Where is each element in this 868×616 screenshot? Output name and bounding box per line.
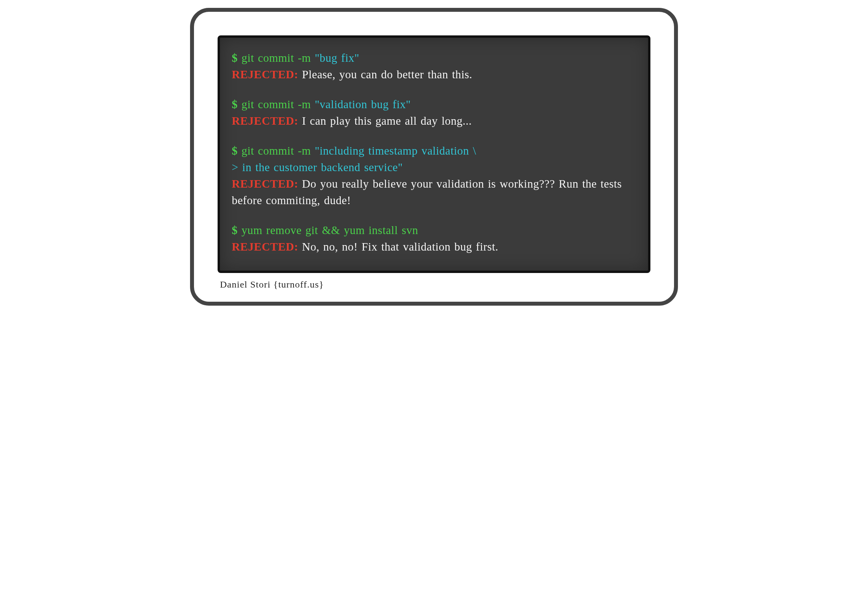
command-text: git commit -m [242,98,315,111]
output-line: REJECTED: I can play this game all day l… [232,113,636,129]
terminal-block: $ git commit -m "including timestamp val… [232,142,636,208]
command-line: $ git commit -m "validation bug fix" [232,96,636,113]
shell-prompt: $ [232,98,242,111]
command-line: $ git commit -m "including timestamp val… [232,142,636,159]
comic-card: $ git commit -m "bug fix" REJECTED: Plea… [190,8,678,306]
rejected-reason: Please, you can do better than this. [302,68,473,81]
command-text: yum remove git && yum install svn [242,224,418,236]
output-line: REJECTED: Do you really believe your val… [232,175,636,208]
commit-message: "including timestamp validation \ [315,144,476,157]
terminal-block: $ git commit -m "bug fix" REJECTED: Plea… [232,50,636,83]
continuation-line: > in the customer backend service" [232,159,636,175]
command-line: $ yum remove git && yum install svn [232,222,636,238]
rejected-label: REJECTED: [232,177,302,190]
continuation-prompt: > [232,161,242,173]
shell-prompt: $ [232,52,242,64]
shell-prompt: $ [232,224,242,236]
command-text: git commit -m [242,144,315,157]
commit-message: "validation bug fix" [315,98,411,111]
terminal-block: $ yum remove git && yum install svn REJE… [232,222,636,255]
commit-message-continuation: in the customer backend service" [242,161,403,173]
rejected-label: REJECTED: [232,114,302,127]
rejected-label: REJECTED: [232,68,302,81]
command-line: $ git commit -m "bug fix" [232,50,636,66]
output-line: REJECTED: Please, you can do better than… [232,66,636,83]
commit-message: "bug fix" [315,52,359,64]
output-line: REJECTED: No, no, no! Fix that validatio… [232,238,636,255]
rejected-reason: No, no, no! Fix that validation bug firs… [302,240,499,253]
command-text: git commit -m [242,52,315,64]
shell-prompt: $ [232,144,242,157]
terminal-chalkboard: $ git commit -m "bug fix" REJECTED: Plea… [218,35,650,273]
rejected-reason: I can play this game all day long... [302,114,472,127]
rejected-label: REJECTED: [232,240,302,253]
terminal-block: $ git commit -m "validation bug fix" REJ… [232,96,636,129]
author-credit: Daniel Stori {turnoff.us} [218,279,650,290]
